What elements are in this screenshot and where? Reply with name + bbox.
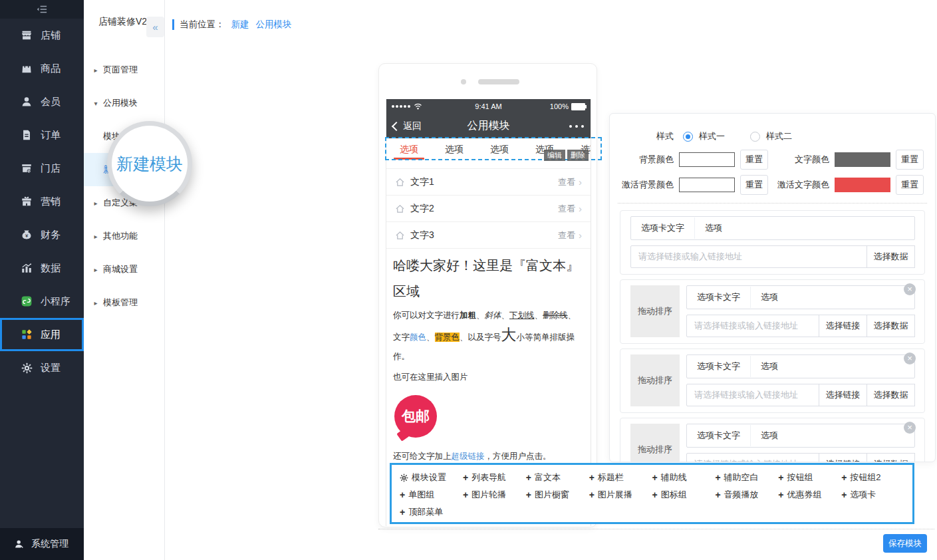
reset-button[interactable]: 重置 (740, 175, 768, 195)
sidebar-item-store[interactable]: 店铺 (0, 19, 84, 52)
choose-link-button[interactable]: 选择链接 (819, 315, 867, 337)
richtext-module[interactable]: 哈喽大家好！这里是『富文本』区域 你可以对文字进行加粗、斜体、下划线、删除线、文… (386, 249, 591, 466)
back-button[interactable]: 返回 (393, 120, 449, 132)
palette-item[interactable]: +优惠券组 (778, 489, 841, 501)
palette-item[interactable]: +列表导航 (463, 472, 526, 484)
palette-item-label: 辅助空白 (724, 472, 759, 484)
remove-option-icon[interactable]: × (904, 422, 916, 434)
submenu-item[interactable]: ▾公用模块 (84, 86, 164, 120)
palette-item[interactable]: +按钮组 (778, 472, 841, 484)
submenu-item[interactable]: ▸商城设置 (84, 253, 164, 286)
color-input[interactable] (679, 152, 735, 167)
palette-item[interactable]: +单图组 (400, 489, 463, 501)
remove-option-icon[interactable]: × (904, 352, 916, 364)
submenu-item[interactable]: ▸模板管理 (84, 286, 164, 319)
sidebar-item-bag[interactable]: 商品 (0, 52, 84, 85)
color-swatch[interactable] (835, 152, 890, 167)
view-action[interactable]: 查看 (558, 176, 575, 188)
submenu-item[interactable]: ▸页面管理 (84, 53, 164, 86)
drag-sort-handle[interactable]: 拖动排序 (630, 424, 680, 462)
reset-button[interactable]: 重置 (740, 150, 768, 170)
remove-option-icon[interactable]: × (904, 283, 916, 295)
link-input[interactable]: 请选择链接或输入链接地址 (686, 453, 819, 462)
radio-selected-icon[interactable] (683, 132, 693, 142)
battery-indicator: 100% (529, 102, 585, 110)
link-input[interactable]: 请选择链接或输入链接地址 (686, 384, 819, 406)
save-module-button[interactable]: 保存模块 (883, 534, 927, 553)
menu-dots-icon[interactable] (528, 125, 584, 128)
collapse-menu-icon[interactable] (37, 5, 48, 14)
palette-item-label: 按钮组 (787, 472, 813, 484)
choose-data-button[interactable]: 选择数据 (867, 384, 915, 406)
palette-item[interactable]: +图片展播 (589, 489, 652, 501)
palette-item[interactable]: +标题栏 (589, 472, 652, 484)
palette-item[interactable]: +图片橱窗 (526, 489, 589, 501)
hyperlink-text[interactable]: 超级链接 (452, 452, 485, 461)
tab-text-field-value[interactable]: 选项 (695, 222, 722, 234)
link-input[interactable]: 请选择链接或输入链接地址 (686, 315, 819, 337)
link-input[interactable]: 请选择链接或输入链接地址 (630, 245, 867, 268)
palette-item[interactable]: 模块设置 (400, 472, 463, 484)
view-action[interactable]: 查看 (558, 229, 575, 241)
list-item[interactable]: 文字1查看› (386, 169, 591, 196)
tab-text-field-value[interactable]: 选项 (751, 430, 778, 442)
palette-item[interactable]: +音频播放 (715, 489, 778, 501)
sidebar-item-gift[interactable]: 营销 (0, 185, 84, 218)
choose-data-button[interactable]: 选择数据 (867, 453, 915, 462)
choose-data-button[interactable]: 选择数据 (867, 245, 915, 268)
reset-button[interactable]: 重置 (896, 175, 924, 195)
phone-tab[interactable]: 选项 (477, 138, 522, 160)
radio-unselected-icon[interactable] (750, 132, 760, 142)
breadcrumb-link-module[interactable]: 公用模块 (256, 19, 292, 31)
palette-item[interactable]: +按钮组2 (841, 472, 904, 484)
view-action[interactable]: 查看 (558, 203, 575, 215)
color-swatch[interactable] (835, 178, 890, 192)
palette-item-label: 图片展播 (598, 489, 632, 501)
edit-module-button[interactable]: 编辑 (544, 150, 565, 161)
miniapp-icon (21, 295, 33, 307)
shop-icon (21, 162, 33, 174)
tab-text-field-value[interactable]: 选项 (751, 360, 778, 372)
sidebar-item-chart[interactable]: 数据 (0, 251, 84, 285)
sidebar-item-miniapp[interactable]: 小程序 (0, 285, 84, 318)
drag-sort-handle[interactable]: 拖动排序 (630, 285, 680, 337)
chevron-left-icon (392, 121, 401, 130)
palette-item[interactable]: +富文本 (526, 472, 589, 484)
choose-data-button[interactable]: 选择数据 (867, 315, 915, 337)
color-setting-label: 激活文字颜色 (773, 179, 829, 191)
delete-module-button[interactable]: 删除 (567, 150, 589, 161)
breadcrumb-link-new[interactable]: 新建 (231, 19, 249, 31)
palette-item[interactable]: +图片轮播 (463, 489, 526, 501)
list-item[interactable]: 文字2查看› (386, 196, 591, 222)
tab-text-field-value[interactable]: 选项 (751, 291, 778, 303)
drag-sort-handle[interactable]: 拖动排序 (630, 354, 680, 406)
color-input[interactable] (679, 178, 735, 192)
phone-tab[interactable]: 选项 (386, 138, 432, 160)
style-option-2[interactable]: 样式二 (750, 130, 792, 142)
submenu-item[interactable]: ▸其他功能 (84, 219, 164, 253)
plus-icon: + (778, 490, 783, 500)
choose-link-button[interactable]: 选择链接 (819, 453, 867, 462)
palette-item[interactable]: +辅助空白 (715, 472, 778, 484)
choose-link-button[interactable]: 选择链接 (819, 384, 867, 406)
collapse-submenu-button[interactable]: « (146, 17, 164, 37)
palette-item[interactable]: +顶部菜单 (400, 506, 463, 518)
sidebar-item-money[interactable]: ¥财务 (0, 218, 84, 251)
richtext-text: 、 (535, 311, 543, 320)
sidebar-item-gear[interactable]: 设置 (0, 351, 84, 384)
sidebar-item-shop[interactable]: 门店 (0, 152, 84, 185)
phone-preview: 9:41 AM 100% 返回 公用模块 选项选项选项选项选项 文字1查看›文字… (378, 63, 597, 527)
sidebar-item-user[interactable]: 会员 (0, 85, 84, 118)
palette-item[interactable]: +辅助线 (652, 472, 716, 484)
phone-tab[interactable]: 选项 (432, 138, 477, 160)
sidebar-item-apps[interactable]: 应用 (0, 318, 84, 351)
sidebar-item-system-admin[interactable]: 系统管理 (0, 528, 84, 560)
dotted-divider (618, 203, 927, 204)
list-item[interactable]: 文字3查看› (386, 222, 591, 249)
style-option-1[interactable]: 样式一 (683, 130, 725, 142)
plus-icon: + (841, 472, 847, 483)
palette-item[interactable]: +选项卡 (841, 489, 904, 501)
palette-item[interactable]: +图标组 (652, 489, 716, 501)
sidebar-item-order[interactable]: 订单 (0, 118, 84, 152)
reset-button[interactable]: 重置 (896, 150, 924, 170)
